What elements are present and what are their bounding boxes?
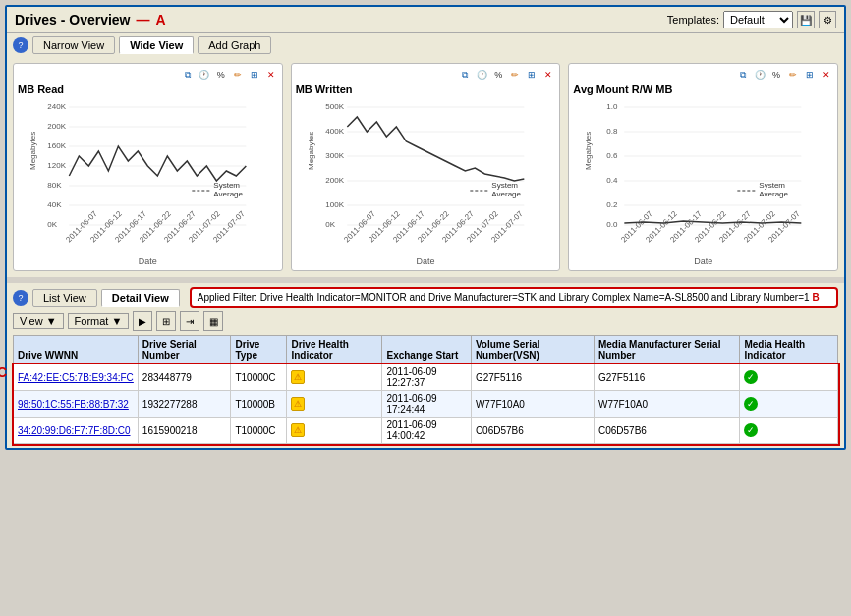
svg-text:System: System bbox=[760, 181, 786, 190]
svg-text:0.6: 0.6 bbox=[607, 151, 619, 160]
svg-text:120K: 120K bbox=[47, 161, 66, 170]
col-exchange: Exchange Start bbox=[382, 336, 471, 364]
wwnn-link[interactable]: 34:20:99:D6:F7:7F:8D:C0 bbox=[18, 425, 131, 436]
graph3-clock-icon[interactable]: 🕐 bbox=[753, 68, 766, 82]
bottom-tabs-bar: ? List View Detail View Applied Filter: … bbox=[13, 287, 838, 308]
graph1-title: MB Read bbox=[18, 84, 278, 95]
graphs-area: ⧉ 🕐 % ✏ ⊞ ✕ MB Read 240K 200K 160K 120K … bbox=[7, 57, 844, 277]
col-serial: Drive Serial Number bbox=[138, 336, 231, 364]
graph1-clock-icon[interactable]: 🕐 bbox=[198, 68, 211, 82]
table-icon[interactable]: ⊞ bbox=[156, 311, 176, 331]
row-group-label-c: C bbox=[0, 364, 7, 380]
main-container: Drives - Overview — A Templates: Default… bbox=[5, 5, 846, 450]
graph3-copy-icon[interactable]: ⧉ bbox=[736, 68, 750, 82]
svg-text:500K: 500K bbox=[325, 102, 344, 111]
status-warning-icon: ⚠ bbox=[291, 370, 305, 384]
table-row[interactable]: FA:42:EE:C5:7B:E9:34:FC283448779T10000C⚠… bbox=[14, 364, 838, 391]
svg-text:Megabytes: Megabytes bbox=[28, 132, 37, 170]
view-dropdown[interactable]: View ▼ bbox=[13, 313, 64, 329]
save-template-icon[interactable]: 💾 bbox=[797, 11, 815, 28]
filter-banner: Applied Filter: Drive Health Indicator=M… bbox=[190, 287, 838, 308]
col-type: Drive Type bbox=[231, 336, 287, 364]
view-toolbar: View ▼ Format ▼ ▶ ⊞ ⇥ ▦ bbox=[13, 311, 838, 331]
graph3-percent-icon[interactable]: % bbox=[769, 68, 783, 82]
export-icon[interactable]: ⇥ bbox=[180, 311, 199, 331]
graph3-date-label: Date bbox=[573, 256, 833, 266]
svg-text:300K: 300K bbox=[325, 151, 344, 160]
graph1-expand-icon[interactable]: ⊞ bbox=[248, 68, 261, 82]
table-row[interactable]: 34:20:99:D6:F7:7F:8D:C01615900218T10000C… bbox=[14, 418, 838, 444]
svg-text:0.0: 0.0 bbox=[607, 220, 619, 229]
wwnn-link[interactable]: 98:50:1C:55:FB:88:B7:32 bbox=[18, 399, 129, 410]
svg-text:160K: 160K bbox=[47, 141, 66, 150]
graph2-close-icon[interactable]: ✕ bbox=[541, 68, 555, 82]
col-vsn: Volume Serial Number(VSN) bbox=[471, 336, 594, 364]
tab-wide-view[interactable]: Wide View bbox=[119, 36, 194, 54]
svg-text:0.8: 0.8 bbox=[607, 127, 619, 136]
svg-text:80K: 80K bbox=[47, 181, 62, 190]
templates-label: Templates: bbox=[667, 14, 719, 26]
bottom-help-button[interactable]: ? bbox=[13, 290, 28, 306]
graph3-close-icon[interactable]: ✕ bbox=[820, 68, 833, 82]
svg-text:1.0: 1.0 bbox=[607, 102, 619, 111]
status-warning-icon: ⚠ bbox=[291, 423, 305, 437]
svg-text:240K: 240K bbox=[47, 102, 66, 111]
templates-select[interactable]: Default Custom1 bbox=[723, 11, 793, 28]
grid-icon[interactable]: ▦ bbox=[203, 311, 223, 331]
graph2-edit-icon[interactable]: ✏ bbox=[508, 68, 522, 82]
graph3-svg: 1.0 0.8 0.6 0.4 0.2 0.0 Megabytes bbox=[573, 97, 833, 254]
graph-mb-written: ⧉ 🕐 % ✏ ⊞ ✕ MB Written 500K 400K 300K 20… bbox=[291, 63, 561, 271]
graph2-expand-icon[interactable]: ⊞ bbox=[525, 68, 539, 82]
tab-list-view[interactable]: List View bbox=[32, 289, 97, 307]
graph2-percent-icon[interactable]: % bbox=[491, 68, 505, 82]
svg-text:0.2: 0.2 bbox=[607, 200, 619, 209]
col-media-serial: Media Manufacturer Serial Number bbox=[594, 336, 740, 364]
graph2-title: MB Written bbox=[296, 84, 556, 95]
graph2-copy-icon[interactable]: ⧉ bbox=[458, 68, 472, 82]
settings-icon[interactable]: ⚙ bbox=[819, 11, 836, 28]
graph2-clock-icon[interactable]: 🕐 bbox=[475, 68, 488, 82]
play-icon[interactable]: ▶ bbox=[133, 311, 152, 331]
table-row[interactable]: 98:50:1C:55:FB:88:B7:321932277288T10000B… bbox=[14, 391, 838, 418]
svg-text:0.4: 0.4 bbox=[607, 176, 619, 185]
svg-text:40K: 40K bbox=[47, 200, 62, 209]
graph1-edit-icon[interactable]: ✏ bbox=[231, 68, 245, 82]
svg-text:Megabytes: Megabytes bbox=[307, 132, 315, 170]
filter-letter-b: B bbox=[812, 292, 819, 303]
tab-detail-view[interactable]: Detail View bbox=[101, 289, 180, 307]
col-media-health: Media Health Indicator bbox=[740, 336, 838, 364]
table-wrapper: Drive WWNN Drive Serial Number Drive Typ… bbox=[13, 335, 838, 444]
svg-text:0K: 0K bbox=[325, 220, 335, 229]
tab-narrow-view[interactable]: Narrow View bbox=[32, 36, 115, 54]
bottom-section: ? List View Detail View Applied Filter: … bbox=[7, 283, 844, 448]
svg-text:100K: 100K bbox=[325, 200, 344, 209]
graph3-edit-icon[interactable]: ✏ bbox=[786, 68, 800, 82]
graph1-percent-icon[interactable]: % bbox=[214, 68, 228, 82]
tab-add-graph[interactable]: Add Graph bbox=[198, 36, 271, 54]
graph3-toolbar: ⧉ 🕐 % ✏ ⊞ ✕ bbox=[573, 68, 833, 82]
graph-mb-read: ⧉ 🕐 % ✏ ⊞ ✕ MB Read 240K 200K 160K 120K … bbox=[13, 63, 283, 271]
title-separator: — bbox=[137, 12, 150, 28]
svg-text:Megabytes: Megabytes bbox=[585, 132, 594, 170]
svg-text:Average: Average bbox=[760, 190, 789, 198]
svg-text:0K: 0K bbox=[47, 220, 57, 229]
help-button[interactable]: ? bbox=[13, 37, 28, 53]
templates-area: Templates: Default Custom1 💾 ⚙ bbox=[667, 11, 836, 28]
title-bar: Drives - Overview — A Templates: Default… bbox=[7, 7, 844, 33]
svg-text:200K: 200K bbox=[325, 176, 344, 185]
graph1-close-icon[interactable]: ✕ bbox=[264, 68, 278, 82]
filter-text: Applied Filter: Drive Health Indicator=M… bbox=[198, 292, 810, 303]
col-health: Drive Health Indicator bbox=[287, 336, 382, 364]
graph-avg-mount: ⧉ 🕐 % ✏ ⊞ ✕ Avg Mount R/W MB 1.0 0.8 0.6… bbox=[568, 63, 838, 271]
graph3-expand-icon[interactable]: ⊞ bbox=[803, 68, 817, 82]
svg-text:Average: Average bbox=[213, 190, 243, 198]
svg-text:Average: Average bbox=[491, 190, 521, 198]
svg-text:System: System bbox=[491, 181, 518, 190]
format-dropdown[interactable]: Format ▼ bbox=[68, 313, 130, 329]
graph1-copy-icon[interactable]: ⧉ bbox=[181, 68, 195, 82]
wwnn-link[interactable]: FA:42:EE:C5:7B:E9:34:FC bbox=[18, 372, 134, 383]
page-title: Drives - Overview bbox=[15, 12, 131, 28]
svg-text:400K: 400K bbox=[325, 127, 344, 136]
svg-text:200K: 200K bbox=[47, 122, 66, 131]
graph3-title: Avg Mount R/W MB bbox=[573, 84, 833, 95]
